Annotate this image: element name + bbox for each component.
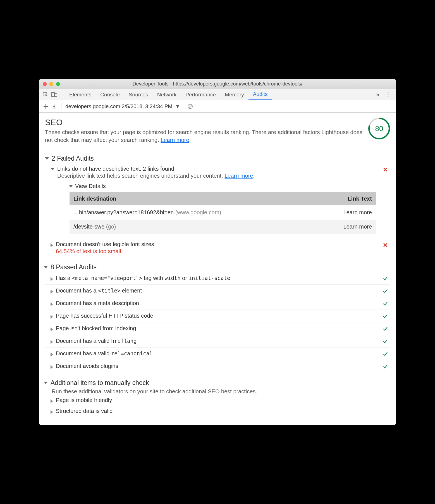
- triangle-right-icon[interactable]: [51, 290, 53, 294]
- report-selector[interactable]: developers.google.com 2/5/2018, 3:24:34 …: [65, 103, 180, 110]
- svg-rect-2: [55, 93, 57, 97]
- manual-audit-item: Structured data is valid: [45, 406, 390, 417]
- report-label: developers.google.com 2/5/2018, 3:24:34 …: [65, 103, 172, 109]
- failed-audit-item: Document doesn't use legible font sizes …: [45, 239, 390, 257]
- close-window-button[interactable]: [43, 82, 47, 86]
- audit-content: SEO These checks ensure that your page i…: [39, 113, 396, 425]
- failed-audits-toggle[interactable]: 2 Failed Audits: [45, 154, 390, 163]
- inspect-element-icon[interactable]: [41, 91, 50, 99]
- audit-title: Page isn't blocked from indexing: [56, 325, 379, 332]
- failed-audits-heading: 2 Failed Audits: [52, 155, 94, 162]
- audit-title: Document has a valid rel=canonical: [56, 350, 379, 357]
- passed-audits-heading: 8 Passed Audits: [51, 263, 97, 271]
- triangle-right-icon[interactable]: [51, 353, 53, 356]
- manual-audits-section: Additional items to manually check Run t…: [45, 378, 390, 417]
- tab-performance[interactable]: Performance: [181, 89, 220, 100]
- triangle-down-icon: [45, 157, 49, 160]
- manual-audit-item: Page is mobile friendly: [45, 395, 390, 406]
- table-row: …bin/answer.py?answer=181692&hl=en (www.…: [70, 205, 376, 220]
- device-toolbar-icon[interactable]: [50, 91, 59, 99]
- audit-title: Page is mobile friendly: [56, 397, 389, 403]
- audit-title: Document avoids plugins: [56, 363, 379, 369]
- tab-network[interactable]: Network: [153, 89, 181, 100]
- audit-title: Document has a meta description: [56, 300, 379, 306]
- triangle-right-icon[interactable]: [51, 365, 53, 369]
- download-report-button[interactable]: [50, 102, 58, 111]
- manual-audits-toggle[interactable]: Additional items to manually check: [44, 378, 390, 388]
- seo-title: SEO: [45, 118, 363, 127]
- devtools-window: Developer Tools - https://developers.goo…: [39, 79, 396, 425]
- triangle-down-icon[interactable]: [51, 168, 54, 170]
- manual-audits-desc: Run these additional validators on your …: [52, 388, 390, 395]
- audit-title: Has a <meta name="viewport"> tag with wi…: [56, 275, 379, 281]
- pass-icon: [382, 275, 389, 282]
- view-details-toggle[interactable]: View Details: [69, 183, 379, 189]
- tab-audits[interactable]: Audits: [248, 89, 272, 100]
- pass-icon: [382, 300, 389, 307]
- audit-title: Page has successful HTTP status code: [56, 313, 379, 319]
- passed-audit-item: Document has a valid rel=canonical: [45, 347, 390, 360]
- window-title: Developer Tools - https://developers.goo…: [39, 81, 396, 87]
- pass-icon: [382, 313, 389, 319]
- triangle-down-icon: [44, 382, 48, 384]
- clear-all-icon[interactable]: [187, 103, 193, 110]
- col-link-text: Link Text: [318, 192, 376, 205]
- devtools-tabbar: Elements Console Sources Network Perform…: [39, 89, 396, 100]
- svg-line-4: [188, 105, 192, 108]
- audit-warning: 64.54% of text is too small.: [56, 248, 379, 255]
- more-tabs-icon[interactable]: »: [373, 91, 382, 98]
- triangle-right-icon[interactable]: [51, 327, 53, 331]
- audit-title: Document has a <title> element: [56, 287, 379, 294]
- audits-toolbar: developers.google.com 2/5/2018, 3:24:34 …: [39, 100, 396, 113]
- chevron-down-icon: ▼: [175, 103, 180, 109]
- audit-details: View Details Link destination Link Text: [70, 183, 379, 234]
- svg-rect-1: [52, 92, 54, 97]
- audit-learn-more-link[interactable]: Learn more: [224, 173, 253, 179]
- devtools-menu-icon[interactable]: ⋮: [382, 91, 394, 98]
- traffic-lights: [43, 82, 60, 86]
- failed-audits-section: 2 Failed Audits Links do not have descri…: [45, 154, 390, 257]
- audit-title: Links do not have descriptive text: 2 li…: [57, 166, 379, 172]
- seo-description: These checks ensure that your page is op…: [45, 128, 363, 144]
- audit-title: Document doesn't use legible font sizes: [56, 241, 379, 248]
- seo-score-value: 80: [375, 124, 383, 133]
- triangle-right-icon[interactable]: [51, 302, 53, 306]
- triangle-right-icon[interactable]: [51, 340, 53, 344]
- seo-learn-more-link[interactable]: Learn more: [161, 137, 189, 143]
- audit-title: Structured data is valid: [56, 408, 389, 414]
- col-link-destination: Link destination: [70, 192, 318, 205]
- minimize-window-button[interactable]: [49, 82, 53, 86]
- window-titlebar: Developer Tools - https://developers.goo…: [39, 79, 396, 89]
- passed-audits-section: 8 Passed Audits Has a <meta name="viewpo…: [45, 262, 390, 372]
- passed-audit-item: Document has a valid hreflang: [45, 335, 390, 347]
- audit-title: Document has a valid hreflang: [56, 338, 379, 344]
- zoom-window-button[interactable]: [56, 82, 60, 86]
- toolbar-divider: [61, 103, 61, 110]
- triangle-down-icon: [44, 266, 48, 268]
- seo-score-gauge: 80: [368, 118, 390, 139]
- pass-icon: [382, 350, 389, 357]
- tab-console[interactable]: Console: [96, 89, 124, 100]
- table-row: /devsite-swe (go) Learn more: [70, 220, 376, 234]
- tab-sources[interactable]: Sources: [124, 89, 153, 100]
- passed-audit-item: Page isn't blocked from indexing: [45, 322, 390, 335]
- pass-icon: [382, 325, 389, 332]
- triangle-right-icon[interactable]: [51, 315, 53, 319]
- passed-audit-item: Document avoids plugins: [45, 360, 390, 372]
- pass-icon: [382, 338, 389, 344]
- triangle-right-icon[interactable]: [51, 243, 53, 247]
- passed-audits-toggle[interactable]: 8 Passed Audits: [44, 262, 390, 272]
- tab-memory[interactable]: Memory: [220, 89, 248, 100]
- link-details-table: Link destination Link Text …bin/answer.p…: [70, 192, 376, 234]
- triangle-right-icon[interactable]: [51, 410, 53, 414]
- triangle-right-icon[interactable]: [51, 277, 53, 281]
- fail-icon: ✕: [382, 166, 389, 173]
- seo-header: SEO These checks ensure that your page i…: [45, 118, 390, 148]
- tab-elements[interactable]: Elements: [65, 89, 96, 100]
- triangle-down-icon: [69, 185, 73, 187]
- new-audit-button[interactable]: [42, 102, 50, 111]
- manual-audits-heading: Additional items to manually check: [51, 379, 149, 387]
- passed-audit-item: Has a <meta name="viewport"> tag with wi…: [45, 272, 390, 284]
- triangle-right-icon[interactable]: [51, 399, 53, 403]
- tabbar-divider: [62, 92, 62, 98]
